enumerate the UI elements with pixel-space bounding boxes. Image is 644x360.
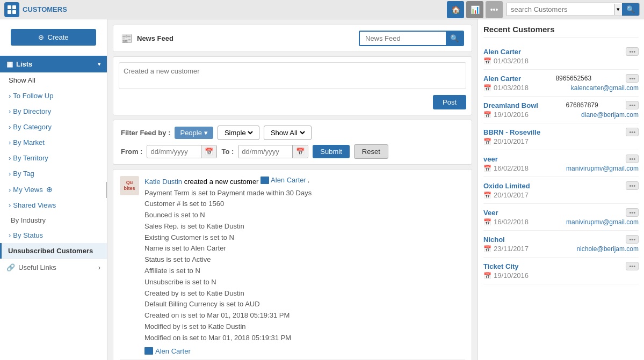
sidebar-item-by-tag[interactable]: › By Tag (0, 166, 107, 181)
customer-name-link[interactable]: Veer (483, 209, 498, 217)
customer-menu-button[interactable]: ••• (626, 47, 639, 56)
svg-rect-2 (8, 10, 11, 14)
simple-filter-select[interactable]: Simple (218, 126, 259, 140)
show-all-select[interactable]: Show All (269, 128, 307, 137)
customer-name-link[interactable]: Alen Carter (483, 75, 521, 83)
customer-item-6: Oxido Limited ••• 📅 20/10/2017 (483, 177, 639, 204)
sidebar-item-by-territory[interactable]: › By Territory (0, 150, 107, 166)
customer-email: kalencarter@gmail.com (571, 84, 639, 92)
show-all-filter-select[interactable]: Show All (264, 126, 312, 140)
search-submit-button[interactable]: 🔍 (622, 3, 639, 16)
sidebar-item-by-status[interactable]: › By Status (0, 227, 107, 243)
from-date-field[interactable] (147, 145, 201, 158)
calendar-icon: 📅 (483, 57, 491, 65)
detail-line: Sales Rep. is set to Katie Dustin (144, 221, 465, 232)
customer-name-link[interactable]: Oxido Limited (483, 182, 530, 190)
customer-row2: 📅 19/10/2016 diane@berijam.com (483, 111, 639, 119)
lists-section: ▦ Lists ▾ Show All › To Follow Up › By D… (0, 55, 107, 259)
to-calendar-button[interactable]: 📅 (292, 145, 308, 158)
chart-button[interactable]: 📊 (466, 1, 483, 18)
sidebar-item-label: By Territory (13, 154, 48, 162)
lists-label: Lists (16, 60, 32, 68)
sidebar-toggle-button[interactable]: ‹ (106, 182, 107, 198)
show-all-label: Show All (9, 76, 35, 84)
sidebar-item-unsubscribed[interactable]: Unsubscribed Customers (0, 243, 107, 259)
post-button[interactable]: Post (433, 95, 466, 109)
reset-button[interactable]: Reset (354, 144, 388, 159)
sidebar-item-show-all[interactable]: Show All (0, 72, 107, 88)
to-date-field[interactable] (238, 145, 292, 158)
customer-name-link[interactable]: Nichol (483, 236, 505, 244)
date-filter-row: From : 📅 To : 📅 Submit Reset (121, 144, 464, 159)
customer-row1: Nichol ••• (483, 235, 639, 244)
news-feed-search-button[interactable]: 🔍 (446, 32, 463, 45)
sidebar-arrow-icon: › (9, 170, 11, 178)
detail-line: Customer # is set to 1560 (144, 199, 465, 210)
news-feed-header: 📰 News Feed 🔍 (113, 25, 472, 52)
activity-customer-link[interactable]: Alen Carter (271, 176, 306, 184)
customer-row2: 📅 16/02/2018 manivirupmv@gmail.com (483, 218, 639, 226)
customer-name-link[interactable]: BBRN - Roseville (483, 128, 540, 136)
search-dropdown-button[interactable]: ▾ (614, 4, 622, 15)
customer-menu-button[interactable]: ••• (626, 235, 639, 244)
sidebar-item-by-category[interactable]: › By Category (0, 119, 107, 135)
news-feed-search-input[interactable] (360, 32, 446, 45)
app-logo: CUSTOMERS (4, 2, 67, 17)
customer-menu-button[interactable]: ••• (626, 101, 639, 109)
customer-email: manivirupmv@gmail.com (566, 165, 639, 172)
detail-line: Created on is set to Mar 01, 2018 05:19:… (144, 310, 465, 321)
logo-icon (4, 2, 19, 17)
customer-item-7: Veer ••• 📅 16/02/2018 manivirupmv@gmail.… (483, 204, 639, 231)
dot: . (308, 176, 310, 184)
simple-select[interactable]: Simple (222, 128, 255, 137)
recent-customers-panel: Recent Customers Alen Carter ••• 📅 01/03… (477, 19, 644, 360)
sidebar-item-label: By Tag (13, 170, 34, 178)
avatar: Qubites (120, 176, 139, 195)
sidebar-item-by-market[interactable]: › By Market (0, 135, 107, 150)
customer-menu-button[interactable]: ••• (626, 262, 639, 270)
customer-name-link[interactable]: veer (483, 155, 498, 163)
customer-name-link[interactable]: Dreamland Bowl (483, 101, 538, 109)
customer-row1: Ticket City ••• (483, 262, 639, 270)
customer-menu-button[interactable]: ••• (626, 155, 639, 163)
sidebar-arrow-icon: › (9, 231, 11, 239)
customer-item-1: Alen Carter ••• 📅 01/03/2018 (483, 43, 639, 70)
create-button[interactable]: ⊕ Create (11, 29, 96, 46)
more-button[interactable]: ••• (486, 1, 503, 18)
sidebar-item-label: By Category (13, 123, 52, 131)
customer-date: 📅 01/03/2018 (483, 84, 529, 92)
customer-menu-button[interactable]: ••• (626, 181, 639, 190)
useful-links[interactable]: 🔗 Useful Links › (0, 259, 107, 276)
sidebar-arrow-icon: › (9, 92, 11, 100)
lists-collapse-icon: ▾ (98, 61, 100, 67)
top-navigation: CUSTOMERS 🏠 📊 ••• ▾ 🔍 (0, 0, 644, 19)
submit-button[interactable]: Submit (313, 145, 349, 158)
customer-menu-button[interactable]: ••• (626, 208, 639, 217)
search-input[interactable] (506, 3, 614, 16)
activity-user-link[interactable]: Katie Dustin (144, 178, 182, 186)
customer-menu-button[interactable]: ••• (626, 74, 639, 83)
customer-name-link[interactable]: Ticket City (483, 262, 519, 270)
customer-row2: 📅 20/10/2017 (483, 137, 639, 145)
sidebar-item-shared-views[interactable]: › Shared Views (0, 197, 107, 213)
lists-header[interactable]: ▦ Lists ▾ (0, 56, 107, 72)
customer-email: manivirupmv@gmail.com (566, 218, 639, 226)
news-feed-title: 📰 News Feed (121, 33, 173, 45)
post-textarea[interactable] (119, 62, 466, 89)
customer-name-link[interactable]: Alen Carter (483, 48, 521, 56)
activity-details: Payment Term is set to Payment made with… (144, 188, 465, 344)
customer-menu-button[interactable]: ••• (626, 128, 639, 136)
bottom-customer-link[interactable]: Alen Carter (144, 347, 465, 355)
sidebar-item-by-industry[interactable]: By Industry (0, 213, 107, 227)
sidebar-item-to-follow-up[interactable]: › To Follow Up (0, 88, 107, 104)
home-button[interactable]: 🏠 (447, 1, 464, 18)
sidebar-item-by-directory[interactable]: › By Directory (0, 104, 107, 119)
people-filter-dropdown[interactable]: People ▾ (175, 127, 213, 139)
customer-date: 📅 20/10/2017 (483, 137, 529, 145)
customer-row2: 📅 01/03/2018 kalencarter@gmail.com (483, 84, 639, 92)
detail-line: Modified by is set to Katie Dustin (144, 321, 465, 333)
sidebar: ⊕ Create ▦ Lists ▾ Show All › To Follow … (0, 19, 107, 360)
sidebar-item-my-views[interactable]: › My Views ⊕ (0, 181, 107, 197)
calendar-icon: 📅 (483, 218, 491, 226)
from-calendar-button[interactable]: 📅 (201, 145, 216, 158)
